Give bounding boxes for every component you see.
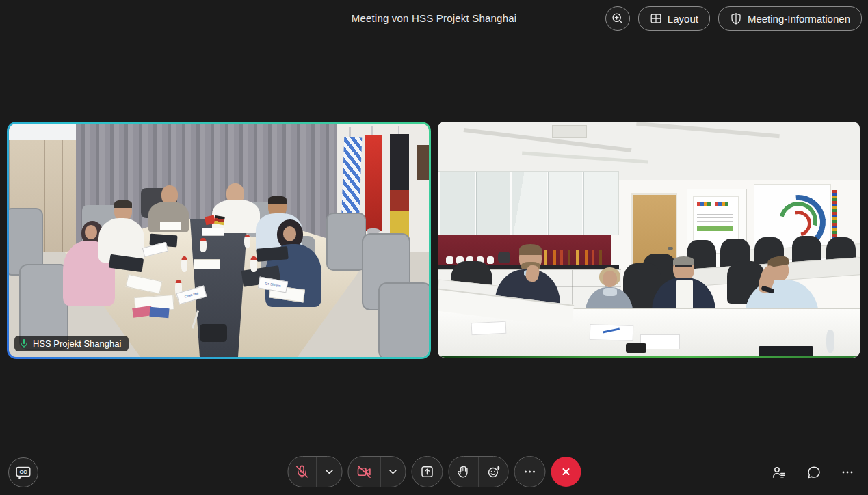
ellipsis-icon	[841, 466, 854, 479]
camera-off-icon	[356, 464, 372, 480]
shanghai-room-video: Chen Hai Ge Shujun HSS Projekt Shanghai	[9, 124, 429, 357]
poster-marks	[697, 202, 733, 206]
picture-frame	[417, 145, 429, 180]
laptop	[257, 246, 289, 262]
mini-flag-germany	[214, 215, 224, 225]
panel-controls	[771, 457, 854, 487]
folder-blue	[150, 307, 170, 318]
microphone-on-icon	[19, 338, 29, 349]
participant-white-shirt	[676, 280, 694, 310]
leave-meeting-button[interactable]	[551, 457, 581, 487]
overflow-menu-button[interactable]	[841, 466, 854, 479]
shield-icon	[730, 12, 742, 25]
water-bottle	[181, 256, 187, 271]
chat-bubble-icon	[806, 464, 822, 481]
video-tile-remote-room[interactable]	[438, 122, 860, 358]
chat-button[interactable]	[806, 464, 822, 481]
participants-icon	[771, 464, 787, 481]
camera-control	[347, 456, 406, 487]
water-bottle	[826, 330, 834, 353]
webex-meeting-window: Meeting von HSS Projekt Shanghai Layout	[0, 0, 868, 495]
participant-hair	[519, 244, 542, 255]
participant-hair-grey	[673, 256, 694, 265]
poster-lines	[697, 214, 733, 222]
meeting-information-button[interactable]: Meeting-Informationen	[718, 6, 862, 31]
participant-collar	[603, 288, 617, 296]
flag-china	[365, 135, 381, 231]
camera-options-button[interactable]	[380, 457, 405, 487]
speakerphone	[200, 324, 227, 342]
water-bottle	[200, 238, 206, 252]
name-card	[202, 228, 224, 236]
mug	[446, 256, 453, 263]
share-screen-button[interactable]	[411, 456, 443, 487]
chair	[326, 213, 366, 271]
reactions-control	[448, 456, 508, 487]
active-speaker-name: HSS Projekt Shanghai	[33, 338, 121, 349]
cc-label: CC	[20, 468, 27, 474]
layout-button-label: Layout	[668, 13, 698, 25]
kettle	[498, 252, 511, 263]
header-actions: Layout Meeting-Informationen	[605, 6, 862, 31]
participant-face	[283, 226, 296, 241]
microphone-muted-icon	[294, 464, 311, 480]
paper	[194, 259, 220, 270]
paper	[471, 321, 507, 335]
participant-hair	[268, 196, 286, 204]
participants-button[interactable]	[771, 464, 787, 481]
mini-flag-china	[205, 215, 215, 224]
flag-germany	[390, 134, 409, 241]
call-controls	[287, 456, 581, 487]
glass-cabinets	[438, 171, 619, 235]
share-screen-icon	[419, 464, 434, 479]
paper	[590, 324, 633, 341]
grid-layout-icon	[650, 12, 662, 25]
microphone-control	[287, 456, 342, 487]
chevron-down-icon	[386, 465, 399, 479]
chair	[378, 282, 429, 357]
meeting-information-label: Meeting-Informationen	[748, 13, 850, 25]
water-bottle	[250, 256, 257, 271]
chevron-down-icon	[322, 465, 336, 479]
participant-face	[85, 225, 97, 239]
zoom-videos-button[interactable]	[605, 6, 630, 31]
start-video-button[interactable]	[348, 457, 380, 487]
phone	[626, 343, 647, 353]
close-x-icon	[559, 465, 573, 479]
video-tile-hss-projekt-shanghai[interactable]: Chen Hai Ge Shujun HSS Projekt Shanghai	[7, 122, 431, 359]
poster-green-bar	[697, 226, 733, 231]
unmute-button[interactable]	[288, 457, 316, 487]
smiley-plus-icon	[486, 464, 501, 479]
reactions-button[interactable]	[479, 457, 508, 487]
paper	[160, 222, 181, 230]
water-bottle	[244, 235, 250, 248]
active-speaker-badge: HSS Projekt Shanghai	[14, 336, 129, 351]
participant-hair	[114, 200, 132, 208]
mug	[487, 256, 494, 263]
participant-glasses	[675, 265, 692, 267]
door-handle	[668, 247, 674, 250]
participant-face	[603, 271, 618, 286]
magnifier-plus-icon	[611, 12, 624, 25]
ceiling-vent	[552, 125, 587, 138]
closed-captions-button[interactable]: CC	[8, 457, 38, 487]
microphone-options-button[interactable]	[317, 457, 341, 487]
green-edge-line	[438, 356, 860, 358]
raise-hand-icon	[456, 464, 471, 479]
closed-captions-icon: CC	[15, 465, 31, 481]
raise-hand-button[interactable]	[449, 457, 478, 487]
layout-button[interactable]: Layout	[638, 6, 710, 31]
ellipsis-icon	[523, 465, 536, 479]
more-options-button[interactable]	[514, 456, 545, 487]
